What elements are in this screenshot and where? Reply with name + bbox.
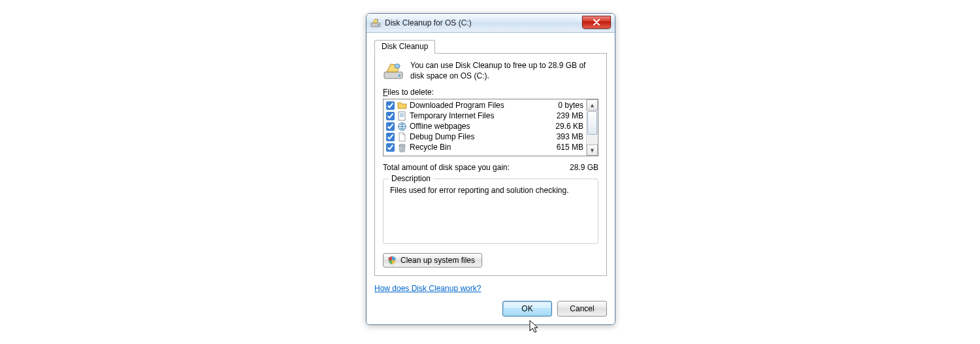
shield-icon (387, 256, 397, 265)
total-label: Total amount of disk space you gain: (383, 163, 510, 172)
list-item[interactable]: Temporary Internet Files239 MB (384, 111, 586, 121)
list-item-name: Debug Dump Files (410, 132, 554, 141)
list-item-checkbox[interactable] (386, 143, 395, 152)
files-listbox-inner: Downloaded Program Files0 bytesTemporary… (384, 99, 586, 156)
cancel-button[interactable]: Cancel (557, 301, 607, 317)
dialog-window: Disk Cleanup for OS (C:) Disk Cleanup (366, 13, 615, 325)
list-item-checkbox[interactable] (386, 122, 395, 131)
globe-icon (397, 122, 407, 131)
svg-rect-4 (399, 75, 400, 77)
list-item-checkbox[interactable] (386, 112, 395, 120)
cleanup-system-files-button[interactable]: Clean up system files (383, 253, 482, 267)
intro-section: You can use Disk Cleanup to free up to 2… (383, 60, 598, 81)
file-icon (397, 132, 407, 142)
close-icon (593, 19, 600, 26)
scrollbar[interactable]: ▲ ▼ (586, 99, 598, 156)
ok-button[interactable]: OK (502, 301, 552, 317)
button-row: OK Cancel (374, 301, 607, 317)
disk-cleanup-icon (370, 18, 381, 28)
files-listbox[interactable]: Downloaded Program Files0 bytesTemporary… (383, 99, 598, 156)
list-item[interactable]: Recycle Bin615 MB (384, 142, 586, 152)
list-item-name: Recycle Bin (410, 143, 554, 152)
list-item[interactable]: Downloaded Program Files0 bytes (384, 100, 586, 111)
scroll-thumb[interactable] (587, 111, 597, 135)
list-item-checkbox[interactable] (386, 133, 395, 141)
list-item-name: Temporary Internet Files (410, 111, 554, 120)
scroll-up-arrow[interactable]: ▲ (587, 99, 598, 111)
svg-point-5 (395, 64, 400, 68)
files-to-delete-label: Files to delete: (383, 88, 598, 97)
cleanup-system-files-label: Clean up system files (400, 256, 475, 265)
intro-text: You can use Disk Cleanup to free up to 2… (410, 60, 598, 81)
svg-point-11 (399, 144, 405, 146)
titlebar[interactable]: Disk Cleanup for OS (C:) (367, 14, 615, 33)
total-row: Total amount of disk space you gain: 28.… (383, 163, 598, 172)
svg-rect-1 (378, 24, 379, 26)
list-item[interactable]: Offline webpages29.6 KB (384, 121, 586, 131)
description-groupbox: Description Files used for error reporti… (383, 179, 598, 244)
scroll-down-arrow[interactable]: ▼ (587, 145, 598, 156)
list-item-name: Offline webpages (410, 122, 553, 131)
list-item-size: 239 MB (557, 111, 583, 120)
list-item-checkbox[interactable] (386, 101, 395, 110)
tab-disk-cleanup[interactable]: Disk Cleanup (374, 40, 435, 54)
tab-panel: You can use Disk Cleanup to free up to 2… (374, 53, 607, 276)
list-item-size: 29.6 KB (555, 122, 583, 131)
help-link[interactable]: How does Disk Cleanup work? (374, 284, 481, 293)
list-item-size: 393 MB (557, 132, 583, 141)
close-button[interactable] (582, 16, 611, 29)
drive-icon (383, 60, 404, 81)
list-item[interactable]: Debug Dump Files393 MB (384, 131, 586, 142)
list-item-name: Downloaded Program Files (410, 101, 555, 110)
tab-row: Disk Cleanup (374, 39, 607, 54)
doc-icon (397, 111, 407, 121)
description-legend: Description (389, 174, 433, 183)
description-text: Files used for error reporting and solut… (390, 186, 591, 195)
window-title: Disk Cleanup for OS (C:) (385, 18, 472, 27)
list-item-size: 615 MB (557, 143, 583, 152)
svg-point-2 (377, 20, 378, 21)
dialog-body: Disk Cleanup You can use Disk Cleanup to… (367, 33, 615, 324)
list-item-size: 0 bytes (558, 101, 583, 110)
folder-icon (397, 101, 407, 111)
bin-icon (397, 143, 407, 152)
total-value: 28.9 GB (570, 163, 598, 172)
